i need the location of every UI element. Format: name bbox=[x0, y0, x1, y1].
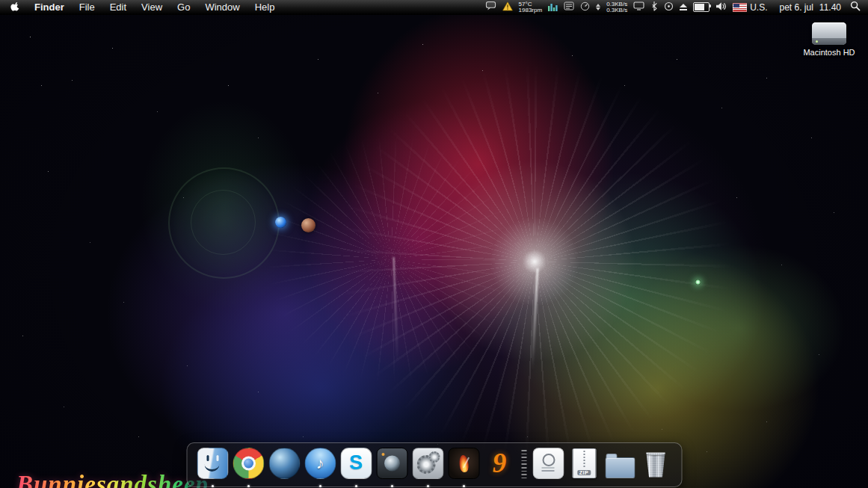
itunes-icon: ♪ bbox=[304, 448, 336, 479]
light-rays-secondary bbox=[0, 14, 868, 488]
dock-item-orange-nine-app[interactable]: 9 bbox=[483, 442, 516, 488]
trash-icon bbox=[645, 453, 666, 478]
dock-item-iphoto[interactable] bbox=[375, 442, 408, 488]
apple-logo-icon bbox=[10, 1, 20, 14]
menu-help[interactable]: Help bbox=[247, 0, 283, 14]
blue-globe-icon bbox=[268, 448, 300, 479]
hard-drive-icon bbox=[812, 22, 846, 45]
net-speed-stack: 0.3KB/s 0.3KB/s bbox=[606, 1, 627, 13]
dock-item-trash[interactable] bbox=[639, 442, 672, 488]
network-speed-readout[interactable]: 0.3KB/s 0.3KB/s bbox=[603, 0, 630, 14]
chrome-icon bbox=[233, 448, 264, 479]
zip-label: ZIP bbox=[577, 470, 591, 475]
eject-icon bbox=[680, 4, 687, 10]
menu-go[interactable]: Go bbox=[170, 0, 197, 14]
disk-gauge-menu-extra[interactable] bbox=[577, 0, 593, 14]
macos-desktop-screen: Finder File Edit View Go Window Help 57°… bbox=[0, 0, 868, 488]
volume-menu-extra[interactable] bbox=[712, 0, 730, 14]
dial-gauge-icon bbox=[580, 1, 590, 13]
temperature-fan-readout[interactable]: 57°C 1983rpm bbox=[516, 0, 546, 14]
running-indicator bbox=[463, 485, 465, 487]
running-indicator bbox=[212, 485, 214, 487]
dock-item-chrome[interactable] bbox=[232, 442, 265, 488]
clock-menu-extra[interactable]: pet 6. jul 11.40 bbox=[773, 0, 847, 14]
dock-item-game-app[interactable] bbox=[447, 442, 480, 488]
zip-document-icon: ZIP bbox=[572, 448, 596, 478]
menu-date: pet 6. jul bbox=[776, 2, 816, 13]
green-spark bbox=[695, 279, 701, 285]
dock-item-finder[interactable] bbox=[196, 442, 229, 488]
up-down-arrows-icon bbox=[596, 4, 600, 10]
trash-rim bbox=[644, 451, 668, 455]
menu-edit[interactable]: Edit bbox=[102, 0, 134, 14]
orange-nine-icon: 9 bbox=[484, 448, 514, 478]
dot-circle-menu-extra[interactable] bbox=[661, 0, 677, 14]
network-arrows-menu-extra[interactable] bbox=[593, 0, 603, 14]
fan-speed: 1983rpm bbox=[519, 7, 543, 13]
menu-view[interactable]: View bbox=[134, 0, 170, 14]
bluetooth-menu-extra[interactable] bbox=[647, 0, 661, 14]
menu-time: 11.40 bbox=[816, 2, 844, 13]
input-source-menu-extra[interactable]: U.S. bbox=[730, 0, 773, 14]
net-down-speed: 0.3KB/s bbox=[606, 7, 627, 13]
dock-item-folder[interactable] bbox=[603, 442, 636, 488]
app-menu-finder[interactable]: Finder bbox=[27, 0, 72, 14]
blue-planet-orb bbox=[275, 217, 286, 228]
speech-bubble-icon bbox=[485, 1, 496, 13]
camera-app-icon bbox=[376, 448, 407, 479]
cpu-bars-icon bbox=[548, 1, 558, 13]
us-flag-icon bbox=[733, 3, 747, 12]
running-indicator bbox=[427, 485, 429, 487]
warning-triangle-icon bbox=[502, 1, 513, 13]
desktop-wallpaper: Bunniesandsheep bbox=[0, 14, 868, 488]
finder-icon bbox=[197, 448, 228, 479]
display-menu-extra[interactable] bbox=[630, 0, 647, 14]
eject-menu-extra[interactable] bbox=[677, 0, 690, 14]
dock-item-skype[interactable]: S bbox=[339, 442, 372, 488]
temp-fan-stack: 57°C 1983rpm bbox=[519, 1, 543, 13]
menu-bar-left: Finder File Edit View Go Window Help bbox=[0, 0, 282, 14]
running-indicator bbox=[319, 485, 321, 487]
wallpaper-signature-text: Bunniesandsheep bbox=[16, 471, 209, 488]
menu-bar-status-area: 57°C 1983rpm bbox=[482, 0, 868, 14]
memory-meter-menu-extra[interactable] bbox=[561, 0, 577, 14]
menu-bar: Finder File Edit View Go Window Help 57°… bbox=[0, 0, 868, 15]
spotlight-search-icon bbox=[850, 1, 861, 13]
archive-utility-icon bbox=[532, 448, 564, 479]
brown-planet-orb bbox=[301, 218, 316, 232]
volume-label: Macintosh HD bbox=[803, 48, 855, 58]
running-indicator bbox=[247, 485, 250, 487]
battery-menu-extra[interactable] bbox=[690, 0, 712, 14]
cpu-meter-menu-extra[interactable] bbox=[545, 0, 561, 14]
dock: ♪ S 9 ZIP bbox=[186, 442, 682, 487]
dock-item-blue-globe-app[interactable] bbox=[268, 442, 301, 488]
dock-item-zip-file[interactable]: ZIP bbox=[567, 442, 600, 488]
bluetooth-icon bbox=[650, 1, 658, 13]
running-indicator bbox=[391, 485, 393, 487]
folder-icon bbox=[605, 457, 635, 478]
lens-flare-ring-inner bbox=[191, 190, 256, 255]
running-indicator bbox=[355, 485, 357, 487]
warning-menu-extra[interactable] bbox=[499, 0, 516, 14]
dot-circle-icon bbox=[664, 1, 674, 13]
dock-item-archive-utility[interactable] bbox=[532, 442, 564, 488]
speaker-icon bbox=[715, 1, 727, 13]
menu-window[interactable]: Window bbox=[197, 0, 247, 14]
memory-meter-icon bbox=[564, 1, 574, 13]
menu-file[interactable]: File bbox=[72, 0, 102, 14]
dock-item-itunes[interactable]: ♪ bbox=[304, 442, 336, 488]
monitor-icon bbox=[633, 1, 644, 13]
game-flame-icon bbox=[448, 448, 479, 479]
battery-icon bbox=[693, 2, 710, 12]
input-source-label: U.S. bbox=[747, 2, 770, 13]
gears-icon bbox=[412, 448, 443, 479]
spotlight-menu-extra[interactable] bbox=[847, 0, 864, 14]
desktop-icon-macintosh-hd[interactable]: Macintosh HD bbox=[798, 22, 861, 58]
chat-bubble-menu-extra[interactable] bbox=[482, 0, 499, 14]
skype-icon: S bbox=[340, 448, 372, 479]
dock-separator[interactable] bbox=[520, 450, 527, 480]
dock-item-system-preferences[interactable] bbox=[411, 442, 444, 488]
apple-menu[interactable] bbox=[0, 0, 27, 14]
